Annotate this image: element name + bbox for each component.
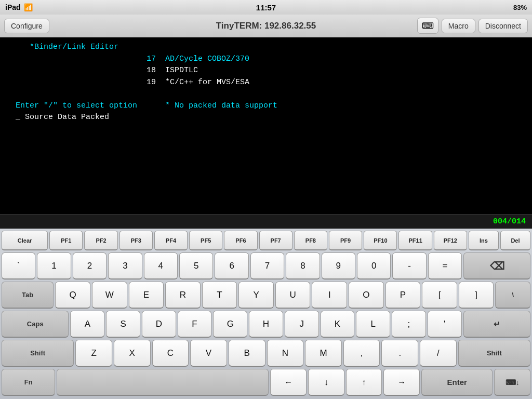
key-v[interactable]: V — [190, 340, 227, 367]
terminal-line — [6, 88, 526, 100]
pf7-key[interactable]: PF7 — [259, 231, 292, 250]
key-6[interactable]: 6 — [215, 252, 248, 280]
key-a[interactable]: A — [70, 311, 104, 338]
key-x[interactable]: X — [114, 340, 151, 367]
key-4[interactable]: 4 — [144, 252, 178, 280]
left-shift-key[interactable]: Shift — [2, 340, 74, 367]
pf4-key[interactable]: PF4 — [154, 231, 188, 250]
key-t[interactable]: T — [202, 282, 237, 309]
period-key[interactable]: . — [381, 340, 418, 367]
pf10-key[interactable]: PF10 — [364, 231, 397, 250]
terminal-display: *Binder/Link Editor 17 AD/Cycle COBOZ/37… — [0, 37, 532, 214]
key-1[interactable]: 1 — [37, 252, 71, 280]
semicolon-key[interactable]: ; — [392, 311, 426, 338]
key-5[interactable]: 5 — [179, 252, 213, 280]
macro-button[interactable]: Macro — [442, 19, 475, 33]
title-bar: Configure TinyTERM: 192.86.32.55 ⌨ Macro… — [0, 15, 532, 37]
terminal-line: *Binder/Link Editor — [6, 42, 526, 54]
cursor-position: 004/014 — [493, 217, 526, 226]
pf9-key[interactable]: PF9 — [329, 231, 362, 250]
right-shift-key[interactable]: Shift — [458, 340, 530, 367]
key-2[interactable]: 2 — [73, 252, 107, 280]
key-c[interactable]: C — [152, 340, 189, 367]
function-key-row: Clear PF1 PF2 PF3 PF4 PF5 PF6 PF7 PF8 PF… — [2, 231, 530, 250]
key-q[interactable]: Q — [55, 282, 90, 309]
status-left: iPad 📶 — [5, 3, 33, 11]
key-8[interactable]: 8 — [286, 252, 320, 280]
slash-key[interactable]: / — [420, 340, 457, 367]
terminal-line: 17 AD/Cycle COBOZ/370 — [6, 54, 526, 65]
key-m[interactable]: M — [305, 340, 342, 367]
key-f[interactable]: F — [178, 311, 212, 338]
hide-keyboard-key[interactable]: ⌨↓ — [494, 369, 530, 396]
pf11-key[interactable]: PF11 — [398, 231, 432, 250]
connection-title: TinyTERM: 192.86.32.55 — [216, 21, 316, 31]
equals-key[interactable]: = — [428, 252, 462, 280]
key-l[interactable]: L — [356, 311, 390, 338]
key-7[interactable]: 7 — [250, 252, 284, 280]
key-o[interactable]: O — [349, 282, 384, 309]
key-i[interactable]: I — [312, 282, 347, 309]
key-3[interactable]: 3 — [108, 252, 142, 280]
terminal-line: Enter "/" to select option * No packed d… — [6, 100, 526, 112]
key-w[interactable]: W — [92, 282, 127, 309]
pf8-key[interactable]: PF8 — [294, 231, 327, 250]
terminal-line: _ Source Data Packed — [6, 112, 526, 124]
keyboard-toggle-button[interactable]: ⌨ — [417, 18, 438, 34]
pf5-key[interactable]: PF5 — [189, 231, 222, 250]
caps-key[interactable]: Caps — [2, 311, 69, 338]
backslash-key[interactable]: \ — [495, 282, 530, 309]
right-arrow-key[interactable]: → — [383, 369, 420, 396]
key-s[interactable]: S — [106, 311, 140, 338]
fn-key[interactable]: Fn — [2, 369, 55, 396]
ins-key[interactable]: Ins — [469, 231, 499, 250]
status-bar: iPad 📶 11:57 83% — [0, 0, 532, 15]
status-line: 004/014 — [0, 214, 532, 229]
pf12-key[interactable]: PF12 — [434, 231, 467, 250]
enter-key[interactable]: Enter — [421, 369, 493, 396]
key-e[interactable]: E — [129, 282, 164, 309]
key-p[interactable]: P — [385, 282, 421, 309]
configure-button[interactable]: Configure — [4, 19, 49, 33]
left-arrow-key[interactable]: ← — [270, 369, 307, 396]
pf1-key[interactable]: PF1 — [49, 231, 83, 250]
return-key[interactable]: ↵ — [463, 311, 530, 338]
comma-key[interactable]: , — [343, 340, 380, 367]
right-bracket-key[interactable]: ] — [459, 282, 494, 309]
disconnect-button[interactable]: Disconnect — [478, 19, 528, 33]
key-r[interactable]: R — [165, 282, 201, 309]
space-key[interactable] — [57, 369, 269, 396]
key-z[interactable]: Z — [75, 340, 112, 367]
key-j[interactable]: J — [285, 311, 319, 338]
up-arrow-key[interactable]: ↑ — [346, 369, 382, 396]
tab-key[interactable]: Tab — [2, 282, 54, 309]
left-bracket-key[interactable]: [ — [422, 282, 457, 309]
key-y[interactable]: Y — [238, 282, 274, 309]
pf3-key[interactable]: PF3 — [119, 231, 153, 250]
minus-key[interactable]: - — [392, 252, 426, 280]
wifi-icon: 📶 — [24, 3, 33, 11]
quote-key[interactable]: ' — [428, 311, 462, 338]
status-right: 83% — [513, 4, 527, 11]
zxcv-row: Shift Z X C V B N M , . / Shift — [2, 340, 530, 367]
key-9[interactable]: 9 — [322, 252, 355, 280]
title-right-controls: ⌨ Macro Disconnect — [417, 18, 528, 34]
pf6-key[interactable]: PF6 — [224, 231, 257, 250]
key-d[interactable]: D — [142, 311, 176, 338]
pf2-key[interactable]: PF2 — [84, 231, 117, 250]
key-h[interactable]: H — [249, 311, 283, 338]
qwerty-row: Tab Q W E R T Y U I O P [ ] \ — [2, 282, 530, 309]
key-u[interactable]: U — [275, 282, 311, 309]
key-g[interactable]: G — [213, 311, 247, 338]
key-n[interactable]: N — [267, 340, 304, 367]
device-label: iPad — [5, 3, 21, 11]
del-key[interactable]: Del — [500, 231, 530, 250]
clear-key[interactable]: Clear — [2, 231, 48, 250]
key-0[interactable]: 0 — [357, 252, 391, 280]
backspace-key[interactable]: ⌫ — [463, 252, 530, 280]
number-key-row: ` 1 2 3 4 5 6 7 8 9 0 - = ⌫ — [2, 252, 530, 280]
key-b[interactable]: B — [229, 340, 265, 367]
key-k[interactable]: K — [321, 311, 355, 338]
backtick-key[interactable]: ` — [2, 252, 35, 280]
down-arrow-key[interactable]: ↓ — [308, 369, 344, 396]
